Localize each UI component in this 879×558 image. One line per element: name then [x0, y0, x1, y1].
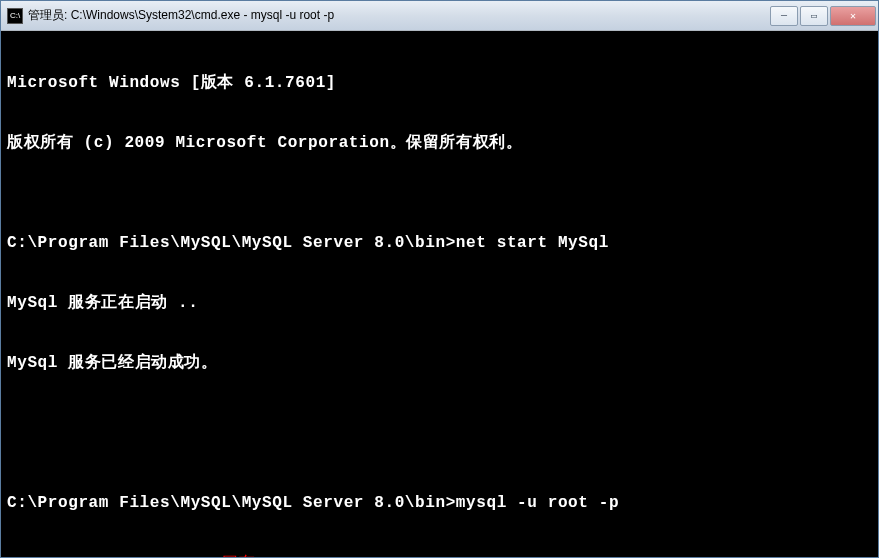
console-line: C:\Program Files\MySQL\MySQL Server 8.0\…: [7, 233, 872, 253]
window-controls: — ▭ ✕: [770, 6, 876, 26]
titlebar[interactable]: C:\ 管理员: C:\Windows\System32\cmd.exe - m…: [1, 1, 878, 31]
minimize-button[interactable]: —: [770, 6, 798, 26]
console-line: MySql 服务正在启动 ..: [7, 293, 872, 313]
maximize-button[interactable]: ▭: [800, 6, 828, 26]
close-button[interactable]: ✕: [830, 6, 876, 26]
enter-annotation: 回车: [222, 553, 255, 557]
window-title: 管理员: C:\Windows\System32\cmd.exe - mysql…: [28, 7, 770, 24]
console-line: Enter password: 回车: [7, 553, 872, 557]
cmd-icon: C:\: [7, 8, 23, 24]
console-line: C:\Program Files\MySQL\MySQL Server 8.0\…: [7, 493, 872, 513]
console-line: 版权所有 (c) 2009 Microsoft Corporation。保留所有…: [7, 133, 872, 153]
console-line: Microsoft Windows [版本 6.1.7601]: [7, 73, 872, 93]
cmd-window: C:\ 管理员: C:\Windows\System32\cmd.exe - m…: [0, 0, 879, 558]
console-line: MySql 服务已经启动成功。: [7, 353, 872, 373]
console-output[interactable]: Microsoft Windows [版本 6.1.7601] 版权所有 (c)…: [1, 31, 878, 557]
